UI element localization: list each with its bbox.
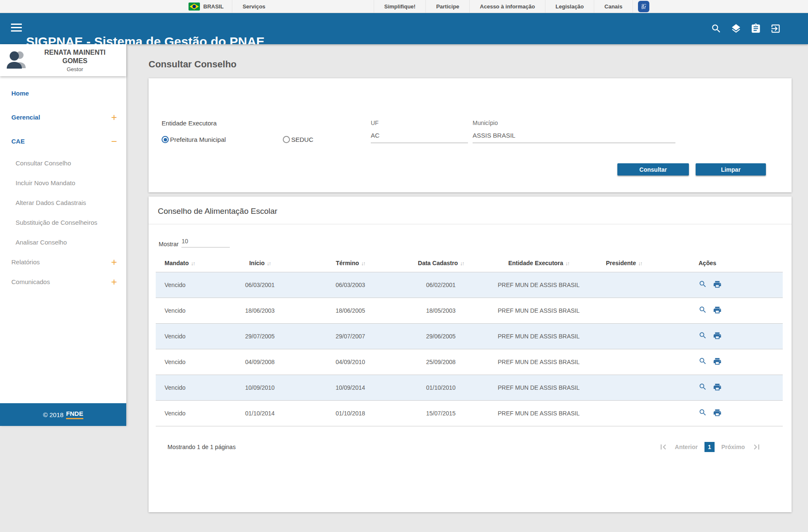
print-icon (713, 383, 722, 391)
print-icon (713, 280, 722, 289)
avatar (5, 49, 28, 72)
sidebar-item-consultar-conselho[interactable]: Consultar Conselho (0, 153, 126, 173)
current-page-button[interactable]: 1 (704, 442, 715, 452)
user-role: Gestor (28, 66, 122, 72)
accessibility-vlibras-icon[interactable] (638, 1, 649, 12)
sidebar-item-incluir-novo-mandato[interactable]: Incluir Novo Mandato (0, 173, 126, 193)
fnde-link[interactable]: FNDE (66, 410, 83, 419)
sidebar-item-comunicados[interactable]: Comunicados + (0, 272, 126, 292)
servicos-link[interactable]: Serviços (232, 0, 275, 13)
sidebar-item-cae[interactable]: CAE − (0, 129, 126, 153)
municipio-field[interactable]: ASSIS BRASIL (473, 132, 675, 143)
print-icon (713, 331, 722, 340)
print-action-button[interactable] (713, 357, 722, 367)
layers-icon[interactable] (731, 23, 742, 34)
app-title: SIGPNAE - Sistema de Gestão do PNAE (26, 35, 265, 44)
sidebar: RENATA MAINENTI GOMES Gestor Home Gerenc… (0, 44, 126, 426)
sort-arrows-icon[interactable]: ↓↑ (460, 260, 464, 266)
zoom-icon (699, 357, 707, 365)
limpar-button[interactable]: Limpar (696, 163, 766, 176)
sidebar-item-relat-rios[interactable]: Relatórios + (0, 252, 126, 272)
sort-arrows-icon[interactable]: ↓↑ (565, 260, 569, 266)
column-header-in-cio[interactable]: Início↓↑ (215, 254, 305, 272)
last-page-icon[interactable] (752, 442, 762, 452)
logout-icon[interactable] (770, 23, 781, 34)
search-icon[interactable] (711, 23, 722, 34)
results-title: Conselho de Alimentação Escolar (149, 197, 792, 224)
sort-arrows-icon[interactable]: ↓↑ (638, 260, 642, 266)
consultar-button[interactable]: Consultar (617, 163, 689, 176)
sidebar-item-gerencial[interactable]: Gerencial + (0, 105, 126, 129)
results-card: Conselho de Alimentação Escolar Mostrar … (149, 197, 792, 512)
sidebar-item-substitui-o-de-conselheiros[interactable]: Substituição de Conselheiros (0, 213, 126, 232)
search-form-card: Entidade Executora Prefeitura Municipal … (149, 78, 792, 192)
gov-link-canais[interactable]: Canais (594, 0, 633, 13)
gov-link-legisla-o[interactable]: Legislação (545, 0, 594, 13)
view-action-button[interactable] (699, 306, 707, 315)
table-row: Vencido04/09/200804/09/2010 25/09/2008PR… (156, 349, 783, 375)
print-action-button[interactable] (713, 306, 722, 316)
plus-icon[interactable]: + (111, 112, 117, 122)
print-action-button[interactable] (713, 408, 722, 418)
user-card: RENATA MAINENTI GOMES Gestor (0, 44, 126, 76)
page-title: Consultar Conselho (149, 59, 808, 70)
gov-link-acesso-informa-o[interactable]: Acesso à informação (469, 0, 545, 13)
print-action-button[interactable] (713, 331, 722, 341)
sidebar-footer: © 2018 FNDE (0, 403, 126, 426)
print-icon (713, 357, 722, 366)
main-content: Consultar Conselho Entidade Executora Pr… (126, 44, 808, 512)
brasil-brand[interactable]: BRASIL (189, 0, 232, 13)
column-header-mandato[interactable]: Mandato↓↑ (156, 254, 215, 272)
sidebar-item-alterar-dados-cadastrais[interactable]: Alterar Dados Cadastrais (0, 193, 126, 213)
zoom-icon (699, 331, 707, 340)
sort-arrows-icon[interactable]: ↓↑ (361, 260, 365, 266)
first-page-icon[interactable] (658, 442, 668, 452)
view-action-button[interactable] (699, 357, 707, 367)
plus-icon[interactable]: + (111, 277, 117, 287)
uf-label: UF (371, 120, 468, 126)
zoom-icon (699, 408, 707, 417)
radio-prefeitura-municipal[interactable]: Prefeitura Municipal (162, 136, 283, 143)
column-header-data-cadastro[interactable]: Data Cadastro↓↑ (396, 254, 486, 272)
column-header-presidente[interactable]: Presidente↓↑ (591, 254, 656, 272)
radio-seduc[interactable]: SEDUC (283, 136, 314, 143)
plus-icon[interactable]: + (111, 257, 117, 267)
sidebar-item-analisar-conselho[interactable]: Analisar Conselho (0, 232, 126, 252)
zoom-icon (699, 383, 707, 391)
print-action-button[interactable] (713, 383, 722, 393)
minus-icon[interactable]: − (111, 136, 117, 146)
sort-arrows-icon[interactable]: ↓↑ (267, 260, 271, 266)
gov-link-simplifique-[interactable]: Simplifique! (374, 0, 425, 13)
copyright-text: © 2018 (43, 411, 64, 418)
app-bar: SIGPNAE - Sistema de Gestão do PNAE (0, 13, 808, 44)
previous-page-button[interactable]: Anterior (675, 444, 698, 450)
mostrar-label: Mostrar (159, 241, 178, 247)
radio-icon[interactable] (162, 136, 169, 143)
showing-pages-text: Mostrando 1 de 1 páginas (167, 444, 236, 450)
zoom-icon (699, 280, 707, 288)
brasil-label: BRASIL (203, 3, 223, 10)
pagination: Anterior 1 Próximo (658, 442, 762, 452)
print-icon (713, 306, 722, 314)
menu-icon[interactable] (11, 24, 22, 34)
mostrar-input[interactable]: 10 (181, 238, 230, 247)
view-action-button[interactable] (699, 383, 707, 392)
gov-link-participe[interactable]: Participe (425, 0, 469, 13)
print-icon (713, 408, 722, 417)
view-action-button[interactable] (699, 408, 707, 418)
sidebar-item-home[interactable]: Home (0, 81, 126, 105)
next-page-button[interactable]: Próximo (721, 444, 745, 450)
view-action-button[interactable] (699, 280, 707, 290)
zoom-icon (699, 306, 707, 314)
table-row: Vencido01/10/201401/10/2018 15/07/2015PR… (156, 400, 783, 426)
column-header-entidade-executora[interactable]: Entidade Executora↓↑ (486, 254, 591, 272)
table-row: Vencido18/06/200318/06/2005 18/05/2003PR… (156, 298, 783, 323)
uf-field[interactable]: AC (371, 132, 468, 143)
clipboard-icon[interactable] (750, 23, 761, 34)
sort-arrows-icon[interactable]: ↓↑ (191, 260, 195, 266)
column-header-t-rmino[interactable]: Término↓↑ (305, 254, 396, 272)
view-action-button[interactable] (699, 331, 707, 341)
entidade-executora-label: Entidade Executora (162, 120, 371, 127)
print-action-button[interactable] (713, 280, 722, 290)
radio-icon[interactable] (283, 136, 290, 143)
